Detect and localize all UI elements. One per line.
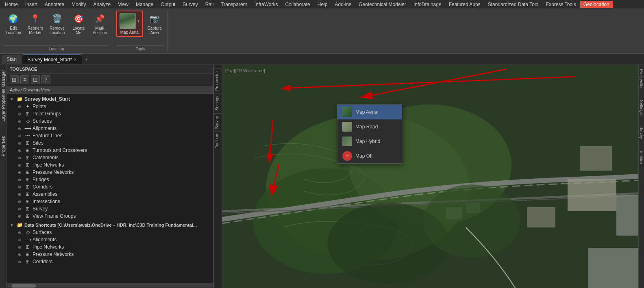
tree-item-catchments[interactable]: ⊕ ⊞ Catchments: [7, 154, 213, 161]
remove-location-button[interactable]: 🗑️ Remove Location: [47, 11, 67, 37]
tab-new-button[interactable]: +: [83, 55, 91, 63]
layer-properties-manager-tab[interactable]: Layer Properties Manager: [0, 67, 7, 125]
prospector-tab[interactable]: Prospector: [214, 68, 222, 93]
menu-bar: Home Insert Annotate Modify Analyze View…: [0, 0, 644, 9]
capture-area-button[interactable]: 📷 Capture Area: [145, 11, 164, 37]
tree-area[interactable]: ▼ 📁 Survey Model_Start ⊕ ✦ Points ⊕ ⊞ Po…: [7, 94, 213, 283]
tree-root-survey[interactable]: ▼ 📁 Survey Model_Start: [7, 95, 213, 103]
active-drawing-label: Active Drawing View: [7, 86, 213, 94]
menu-insert[interactable]: Insert: [22, 1, 41, 8]
toolspace-panel: TOOLSPACE ⊞ ≡ ⊡ ? Active Drawing View ▼ …: [7, 65, 214, 288]
toolbox-tab[interactable]: Toolbox: [214, 131, 222, 150]
right-tab-toolbox[interactable]: Toolbox: [638, 148, 644, 167]
menu-transparent[interactable]: Transparent: [218, 1, 250, 8]
tree-item-pipe-networks[interactable]: ⊕ ⊞ Pipe Networks: [7, 161, 213, 169]
tab-survey-model[interactable]: Survey Model_Start* ✕: [22, 54, 82, 64]
tree-item-survey[interactable]: ⊕ ⊞ Survey: [7, 205, 213, 212]
map-hybrid-item-label: Map Hybrid: [355, 139, 380, 144]
remove-location-label: Remove Location: [50, 26, 65, 35]
center-panels: Prospector Settings Survey Toolbox: [214, 65, 222, 288]
tree-shortcuts-corridors[interactable]: ⊕ ⊞ Corridors: [7, 258, 213, 265]
svg-rect-4: [568, 179, 616, 211]
toolbar-btn-3[interactable]: ⊡: [31, 75, 40, 84]
tab-start-label: Start: [7, 56, 17, 62]
tab-start[interactable]: Start: [2, 55, 22, 64]
menu-help[interactable]: Help: [314, 1, 331, 8]
reorient-marker-button[interactable]: 📍 Reorient Marker: [25, 11, 46, 37]
tree-item-assemblies[interactable]: ⊕ ⊞ Assemblies: [7, 191, 213, 198]
scroll-thumb[interactable]: [11, 284, 36, 288]
svg-rect-6: [616, 195, 638, 236]
map-background: [Top][2D Wireframe]: [222, 65, 638, 288]
menu-standardized-data-tool[interactable]: Standardized Data Tool: [485, 1, 542, 8]
menu-view[interactable]: View: [115, 1, 132, 8]
mark-position-button[interactable]: 📌 Mark Position: [90, 11, 109, 37]
tree-shortcuts-alignments[interactable]: ⊕ ⟶ Alignments: [7, 236, 213, 243]
menu-infraworks[interactable]: InfraWorks: [251, 1, 281, 8]
tree-data-shortcuts[interactable]: ▼ 📁 Data Shortcuts [C:\Users\swalz\OneDr…: [7, 221, 213, 229]
dropdown-map-aerial[interactable]: Map Aerial: [337, 105, 402, 119]
tree-item-turnouts[interactable]: ⊕ ⊞ Turnouts and Crossovers: [7, 147, 213, 154]
menu-output[interactable]: Output: [157, 1, 178, 8]
tree-item-alignments[interactable]: ⊕ ⟶ Alignments: [7, 125, 213, 132]
menu-infodrainage[interactable]: InfoDrainage: [410, 1, 445, 8]
tree-item-point-groups[interactable]: ⊕ ⊞ Point Groups: [7, 110, 213, 117]
right-tab-survey[interactable]: Survey: [638, 124, 644, 141]
toolbar-help[interactable]: ?: [41, 75, 50, 84]
menu-geotechnical[interactable]: Geotechnical Modeler: [355, 1, 409, 8]
menu-manage[interactable]: Manage: [133, 1, 157, 8]
toolspace-title: TOOLSPACE: [10, 67, 37, 71]
shortcuts-label: Data Shortcuts [C:\Users\swalz\OneDrive …: [24, 223, 197, 227]
ribbon: 🌍 Edit Location 📍 Reorient Marker 🗑️ Rem…: [0, 9, 644, 54]
menu-geolocation[interactable]: Geolocation: [580, 1, 613, 8]
properties-tab[interactable]: Properties: [0, 133, 7, 160]
edit-location-button[interactable]: 🌍 Edit Location: [3, 11, 24, 37]
tree-shortcuts-surfaces[interactable]: ⊕ ◇ Surfaces: [7, 229, 213, 236]
menu-annotate[interactable]: Annotate: [41, 1, 67, 8]
tree-root-label: Survey Model_Start: [24, 96, 70, 102]
map-viewport[interactable]: [Top][2D Wireframe] Map Aerial: [222, 65, 638, 288]
menu-featured-apps[interactable]: Featured Apps: [446, 1, 484, 8]
tree-item-intersections[interactable]: ⊕ ⊞ Intersections: [7, 198, 213, 205]
location-group-label: Location: [3, 45, 109, 51]
dropdown-map-road[interactable]: Map Road: [337, 119, 402, 134]
tree-shortcuts-pressure-networks[interactable]: ⊕ ⊞ Pressure Networks: [7, 251, 213, 258]
tab-survey-close[interactable]: ✕: [74, 57, 77, 62]
menu-collaborate[interactable]: Collaborate: [282, 1, 313, 8]
tree-item-bridges[interactable]: ⊕ ⊞ Bridges: [7, 176, 213, 183]
menu-addins[interactable]: Add-ins: [331, 1, 355, 8]
svg-rect-8: [588, 248, 638, 288]
tree-item-view-frame-groups[interactable]: ⊕ ⊞ View Frame Groups: [7, 212, 213, 220]
toolbar-btn-1[interactable]: ⊞: [10, 75, 19, 84]
tree-shortcuts-pipe-networks[interactable]: ⊕ ⊞ Pipe Networks: [7, 243, 213, 251]
menu-express-tools[interactable]: Express Tools: [542, 1, 579, 8]
horizontal-scrollbar[interactable]: [7, 283, 213, 288]
mark-position-icon: 📌: [93, 12, 106, 25]
tree-item-pressure-networks[interactable]: ⊕ ⊞ Pressure Networks: [7, 169, 213, 176]
menu-rail[interactable]: Rail: [202, 1, 217, 8]
tree-item-points[interactable]: ⊕ ✦ Points: [7, 103, 213, 110]
menu-home[interactable]: Home: [2, 1, 21, 8]
ribbon-group-tools: ▼ Map Aerial 📷 Capture Area Tools: [116, 11, 168, 51]
tree-item-corridors[interactable]: ⊕ ⊞ Corridors: [7, 183, 213, 191]
toolbar-btn-2[interactable]: ≡: [20, 75, 29, 84]
right-tab-prospector[interactable]: Prospector: [638, 67, 644, 91]
tree-item-feature-lines[interactable]: ⊕ 〜 Feature Lines: [7, 132, 213, 139]
menu-survey[interactable]: Survey: [179, 1, 201, 8]
edit-location-label: Edit Location: [6, 26, 21, 35]
tree-item-surfaces[interactable]: ⊕ ◇ Surfaces: [7, 117, 213, 125]
right-tab-settings[interactable]: Settings: [638, 97, 644, 117]
ribbon-location-buttons: 🌍 Edit Location 📍 Reorient Marker 🗑️ Rem…: [3, 11, 109, 45]
map-aerial-button[interactable]: ▼ Map Aerial: [116, 11, 143, 37]
dropdown-map-hybrid[interactable]: Map Hybrid: [337, 134, 402, 149]
survey-panel-tab[interactable]: Survey: [214, 113, 222, 131]
map-road-icon: [342, 122, 352, 132]
menu-modify[interactable]: Modify: [68, 1, 89, 8]
settings-tab[interactable]: Settings: [214, 93, 222, 113]
menu-analyze[interactable]: Analyze: [90, 1, 114, 8]
dropdown-map-off[interactable]: − Map Off: [337, 149, 402, 163]
locate-me-button[interactable]: 🎯 Locate Me: [69, 11, 88, 37]
tab-survey-label: Survey Model_Start*: [27, 57, 72, 63]
tree-item-sites[interactable]: ⊕ ⊞ Sites: [7, 139, 213, 147]
capture-area-label: Capture Area: [148, 26, 162, 35]
